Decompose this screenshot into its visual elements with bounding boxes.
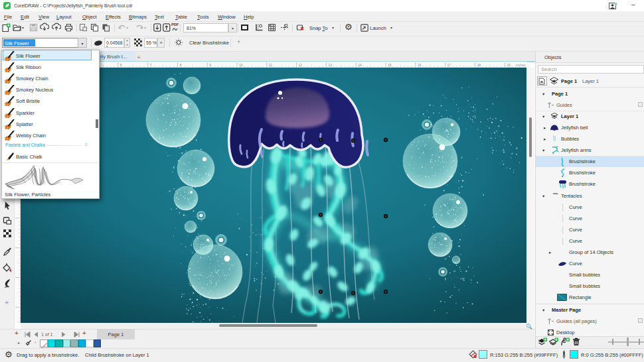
- svg-text:15: 15: [388, 63, 392, 67]
- svg-text:18: 18: [477, 63, 481, 67]
- svg-text:12: 12: [299, 63, 303, 67]
- svg-text:19: 19: [507, 63, 511, 67]
- svg-text:10: 10: [239, 63, 243, 67]
- svg-text:17: 17: [447, 63, 451, 67]
- svg-text:14: 14: [358, 63, 362, 67]
- svg-text:13: 13: [328, 63, 332, 67]
- svg-text:16: 16: [418, 63, 422, 67]
